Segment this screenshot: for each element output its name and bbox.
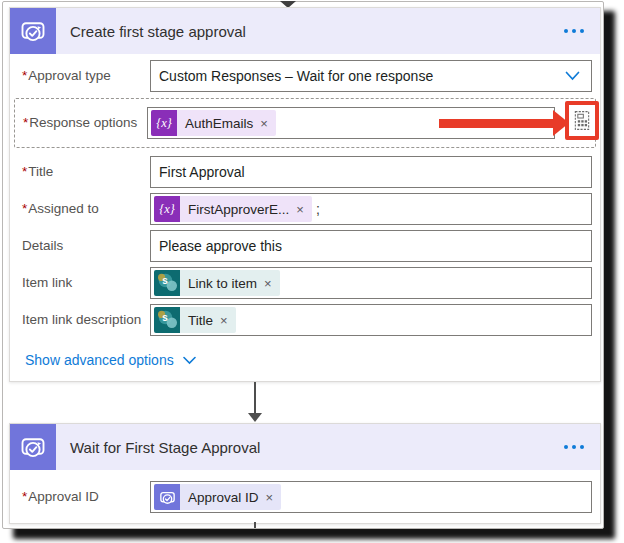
field-row-details: Details Please approve this: [22, 230, 592, 262]
token-authemails[interactable]: {x} AuthEmails ×: [151, 110, 276, 136]
remove-token-icon[interactable]: ×: [216, 313, 236, 328]
variable-icon: {x}: [154, 196, 180, 222]
card-body: *Approval ID Approval ID ×: [10, 470, 600, 513]
details-input[interactable]: Please approve this: [150, 230, 592, 262]
approvals-token-icon: [154, 484, 180, 510]
card-title: Create first stage approval: [70, 23, 246, 40]
card-body: *Approval type Custom Responses – Wait f…: [10, 54, 600, 368]
chevron-down-icon: [565, 71, 580, 81]
more-options-button[interactable]: [560, 424, 588, 470]
approval-id-label: *Approval ID: [22, 481, 150, 504]
ellipsis-icon: [572, 445, 576, 449]
field-row-approval-id: *Approval ID Approval ID ×: [22, 481, 592, 513]
remove-token-icon[interactable]: ×: [260, 276, 280, 291]
required-asterisk: *: [22, 68, 27, 83]
item-link-input[interactable]: s Link to item ×: [150, 267, 592, 299]
form-grid-icon: [574, 110, 590, 131]
approval-type-label: *Approval type: [22, 60, 150, 83]
ellipsis-icon: [564, 29, 568, 33]
remove-token-icon[interactable]: ×: [292, 202, 312, 217]
required-asterisk: *: [23, 115, 28, 130]
item-link-label: Item link: [22, 267, 150, 290]
field-row-assigned-to: *Assigned to {x} FirstApproverE... × ;: [22, 193, 592, 225]
item-link-description-label: Item link description: [22, 304, 150, 327]
remove-token-icon[interactable]: ×: [262, 490, 282, 505]
sharepoint-icon: s: [154, 270, 180, 296]
separator-text: ;: [316, 201, 320, 217]
connector-arrow-icon: [248, 413, 262, 422]
approvals-connector-icon: [10, 424, 56, 470]
token-title[interactable]: s Title ×: [154, 307, 236, 333]
more-options-button[interactable]: [560, 8, 588, 54]
annotation-highlight-box: [565, 101, 599, 140]
connector-line: [254, 522, 256, 528]
required-asterisk: *: [22, 164, 27, 179]
title-label: *Title: [22, 156, 150, 179]
annotation-arrow-icon: [553, 110, 569, 136]
assigned-to-input[interactable]: {x} FirstApproverE... × ;: [150, 193, 592, 225]
token-link-to-item[interactable]: s Link to item ×: [154, 270, 280, 296]
card-header[interactable]: Create first stage approval: [10, 8, 600, 54]
flow-canvas: Create first stage approval *Approval ty…: [2, 1, 604, 529]
response-options-label: *Response options: [23, 107, 147, 130]
required-asterisk: *: [22, 489, 27, 504]
assigned-to-label: *Assigned to: [22, 193, 150, 216]
connector-line: [254, 382, 256, 414]
svg-text:s: s: [162, 275, 168, 286]
variable-icon: {x}: [151, 110, 177, 136]
ellipsis-icon: [564, 445, 568, 449]
card-header[interactable]: Wait for First Stage Approval: [10, 424, 600, 470]
token-approval-id[interactable]: Approval ID ×: [154, 484, 281, 510]
required-asterisk: *: [22, 201, 27, 216]
field-row-title: *Title First Approval: [22, 156, 592, 188]
field-row-item-link-description: Item link description s Title: [22, 304, 592, 336]
card-title: Wait for First Stage Approval: [70, 439, 260, 456]
action-card-create-first-stage-approval[interactable]: Create first stage approval *Approval ty…: [9, 7, 601, 382]
token-firstapproveremail[interactable]: {x} FirstApproverE... ×: [154, 196, 312, 222]
approval-type-select[interactable]: Custom Responses – Wait for one response: [150, 60, 592, 92]
chevron-down-icon: [183, 356, 196, 365]
title-input[interactable]: First Approval: [150, 156, 592, 188]
approval-id-input[interactable]: Approval ID ×: [150, 481, 592, 513]
approvals-connector-icon: [10, 8, 56, 54]
ellipsis-icon: [580, 445, 584, 449]
approval-type-value: Custom Responses – Wait for one response: [154, 68, 433, 84]
annotation-arrow-shaft: [439, 119, 553, 128]
action-card-wait-for-first-stage-approval[interactable]: Wait for First Stage Approval *Approval …: [9, 423, 601, 524]
item-link-description-input[interactable]: s Title ×: [150, 304, 592, 336]
field-row-item-link: Item link s Link to item: [22, 267, 592, 299]
ellipsis-icon: [572, 29, 576, 33]
field-row-approval-type: *Approval type Custom Responses – Wait f…: [22, 60, 592, 92]
ellipsis-icon: [580, 29, 584, 33]
remove-token-icon[interactable]: ×: [256, 116, 276, 131]
sharepoint-icon: s: [154, 307, 180, 333]
details-label: Details: [22, 230, 150, 253]
svg-text:s: s: [162, 312, 168, 323]
show-advanced-options-link[interactable]: Show advanced options: [25, 352, 196, 368]
